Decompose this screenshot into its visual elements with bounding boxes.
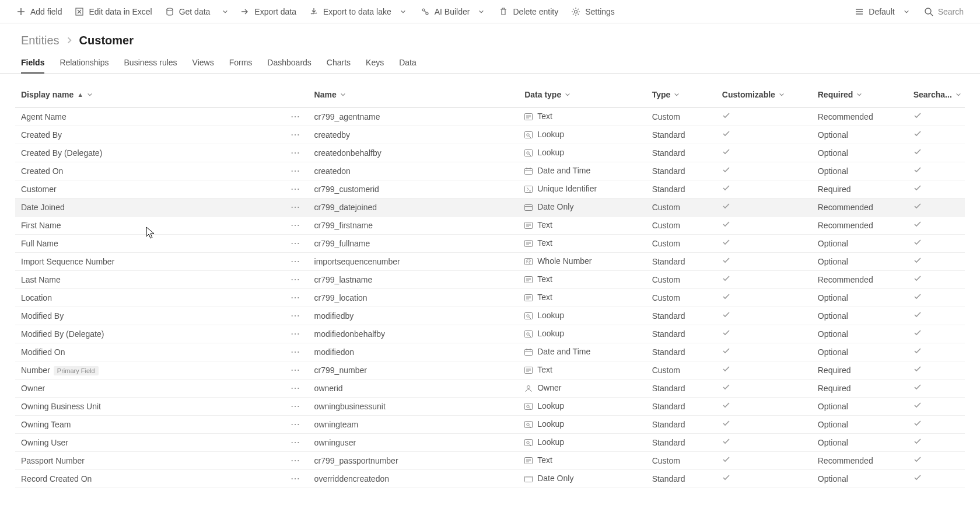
check-icon (914, 257, 922, 266)
tab-dashboards[interactable]: Dashboards (267, 54, 312, 73)
tabs: FieldsRelationshipsBusiness rulesViewsFo… (0, 54, 980, 74)
table-row[interactable]: Import Sequence Number⋯importsequencenum… (15, 252, 965, 270)
table-row[interactable]: Date Joined⋯cr799_datejoinedDate OnlyCus… (15, 198, 965, 216)
col-name[interactable]: Name (309, 82, 519, 107)
svg-rect-21 (525, 330, 533, 337)
cell-name: cr799_passportnumber (309, 451, 519, 469)
tab-keys[interactable]: Keys (366, 54, 384, 73)
col-required[interactable]: Required (812, 82, 908, 107)
environment-picker[interactable]: Default (849, 4, 916, 20)
cell-name: overriddencreatedon (309, 469, 519, 488)
environment-label: Default (869, 7, 894, 16)
edit-data-in-excel-button[interactable]: Edit data in Excel (69, 4, 158, 20)
table-row[interactable]: Modified On⋯modifiedonDate and TimeStand… (15, 343, 965, 361)
row-more-button[interactable]: ⋯ (289, 220, 303, 231)
row-more-button[interactable]: ⋯ (289, 274, 303, 285)
col-datatype[interactable]: Data type (519, 82, 646, 107)
table-row[interactable]: Customer⋯cr799_customeridUnique Identifi… (15, 180, 965, 198)
table-row[interactable]: Owning Business Unit⋯owningbusinessunitL… (15, 397, 965, 415)
get-data-button[interactable]: Get data (159, 4, 216, 20)
breadcrumb-root[interactable]: Entities (21, 34, 60, 47)
cmd-label: AI Builder (435, 7, 470, 16)
delete-entity-button[interactable]: Delete entity (493, 4, 564, 20)
table-row[interactable]: Modified By⋯modifiedbyLookupStandardOpti… (15, 307, 965, 325)
row-more-button[interactable]: ⋯ (289, 346, 303, 357)
cell-more: ⋯ (283, 107, 309, 126)
table-row[interactable]: NumberPrimary Field⋯cr799_numberTextCust… (15, 361, 965, 379)
row-more-button[interactable]: ⋯ (289, 364, 303, 375)
tab-forms[interactable]: Forms (229, 54, 253, 73)
search-box[interactable]: Search (918, 4, 970, 20)
export-to-data-lake-button[interactable]: Export to data lake (303, 4, 414, 20)
primary-field-badge: Primary Field (54, 366, 99, 375)
cell-required: Required (812, 379, 908, 397)
cell-name: cr799_customerid (309, 180, 519, 198)
row-more-button[interactable]: ⋯ (289, 455, 303, 466)
check-icon (914, 148, 922, 158)
row-more-button[interactable]: ⋯ (289, 382, 303, 394)
row-more-button[interactable]: ⋯ (289, 328, 303, 339)
table-row[interactable]: Created By (Delegate)⋯createdonbehalfbyL… (15, 144, 965, 162)
tab-views[interactable]: Views (192, 54, 214, 73)
cell-required: Recommended (812, 216, 908, 234)
row-more-button[interactable]: ⋯ (289, 292, 303, 303)
row-more-button[interactable]: ⋯ (289, 401, 303, 412)
check-icon (722, 329, 730, 339)
cell-more: ⋯ (283, 126, 309, 144)
table-row[interactable]: Created By⋯createdbyLookupStandardOption… (15, 126, 965, 144)
settings-button[interactable]: Settings (565, 4, 621, 20)
table-row[interactable]: Full Name⋯cr799_fullnameTextCustomOption… (15, 234, 965, 252)
row-more-button[interactable]: ⋯ (289, 256, 303, 267)
tab-relationships[interactable]: Relationships (60, 54, 108, 73)
row-more-button[interactable]: ⋯ (289, 183, 303, 194)
row-more-button[interactable]: ⋯ (289, 419, 303, 430)
col-customizable[interactable]: Customizable (716, 82, 812, 107)
cell-type: Custom (646, 216, 716, 234)
chevron-down-icon (340, 90, 346, 99)
ai-builder-button[interactable]: AI Builder (415, 4, 492, 20)
tab-business-rules[interactable]: Business rules (124, 54, 177, 73)
check-icon (914, 130, 922, 140)
row-more-button[interactable]: ⋯ (289, 201, 303, 213)
table-row[interactable]: Last Name⋯cr799_lastnameTextCustomRecomm… (15, 270, 965, 288)
table-row[interactable]: Owner⋯owneridOwnerStandardRequired (15, 379, 965, 397)
table-row[interactable]: Owning Team⋯owningteamLookupStandardOpti… (15, 415, 965, 433)
row-more-button[interactable]: ⋯ (289, 473, 303, 484)
table-row[interactable]: Agent Name⋯cr799_agentnameTextCustomReco… (15, 107, 965, 126)
table-row[interactable]: Modified By (Delegate)⋯modifiedonbehalfb… (15, 325, 965, 343)
col-display-name[interactable]: Display name ▲ (15, 82, 283, 107)
cell-customizable (716, 415, 812, 433)
col-searchable[interactable]: Searcha... (908, 82, 965, 107)
tab-fields[interactable]: Fields (21, 54, 44, 73)
svg-point-8 (527, 133, 529, 135)
svg-rect-30 (525, 439, 533, 446)
cell-more: ⋯ (283, 270, 309, 288)
row-more-button[interactable]: ⋯ (289, 437, 303, 448)
cell-searchable (908, 234, 965, 252)
tab-charts[interactable]: Charts (327, 54, 351, 73)
export-data-button[interactable]: Export data (235, 4, 302, 20)
table-row[interactable]: First Name⋯cr799_firstnameTextCustomReco… (15, 216, 965, 234)
check-icon (722, 185, 730, 194)
row-more-button[interactable]: ⋯ (289, 165, 303, 176)
cell-searchable (908, 144, 965, 162)
table-row[interactable]: Owning User⋯owninguserLookupStandardOpti… (15, 433, 965, 451)
get-data-split-chevron[interactable] (217, 4, 233, 20)
cell-customizable (716, 107, 812, 126)
cell-more: ⋯ (283, 252, 309, 270)
cell-name: importsequencenumber (309, 252, 519, 270)
col-type[interactable]: Type (646, 82, 716, 107)
row-more-button[interactable]: ⋯ (289, 310, 303, 321)
row-more-button[interactable]: ⋯ (289, 238, 303, 249)
row-more-button[interactable]: ⋯ (289, 111, 303, 122)
cell-searchable (908, 126, 965, 144)
table-row[interactable]: Created On⋯createdonDate and TimeStandar… (15, 162, 965, 180)
table-row[interactable]: Passport Number⋯cr799_passportnumberText… (15, 451, 965, 469)
table-row[interactable]: Record Created On⋯overriddencreatedonDat… (15, 469, 965, 488)
cell-customizable (716, 270, 812, 288)
tab-data[interactable]: Data (399, 54, 416, 73)
row-more-button[interactable]: ⋯ (289, 147, 303, 158)
row-more-button[interactable]: ⋯ (289, 129, 303, 140)
table-row[interactable]: Location⋯cr799_locationTextCustomOptiona… (15, 288, 965, 307)
add-field-button[interactable]: Add field (10, 4, 68, 20)
